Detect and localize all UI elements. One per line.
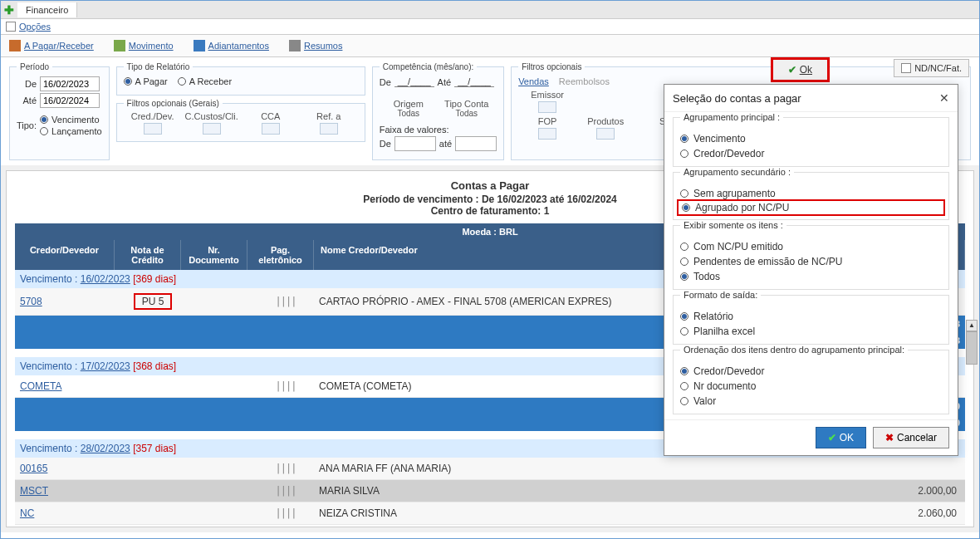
- cell-nome: MARIA SILVA: [319, 485, 902, 497]
- radio-option[interactable]: Agrupado por NC/PU: [677, 199, 945, 216]
- col-nr-documento[interactable]: Nr. Documento: [181, 240, 247, 270]
- section-title: Formato de saída:: [680, 290, 761, 300]
- faixa-de-input[interactable]: [394, 136, 436, 151]
- fo-emissor[interactable]: Emissor: [518, 90, 576, 113]
- vencimento-date-link[interactable]: 17/02/2023: [81, 360, 130, 372]
- radio-icon: [680, 243, 688, 251]
- tab-bar: ✚ Financeiro: [1, 1, 979, 19]
- radio-label: Agrupado por NC/PU: [695, 202, 789, 213]
- dialog-close-icon[interactable]: ✕: [939, 91, 949, 105]
- col-nota-credito[interactable]: Nota de Crédito: [115, 240, 181, 270]
- barcode-icon[interactable]: ||||: [252, 380, 319, 392]
- period-group: Período De Até Tipo: Vencimento Lançamen…: [9, 62, 110, 160]
- fg-ccustos[interactable]: C.Custos/Cli.: [182, 111, 242, 135]
- barcode-icon[interactable]: ||||: [252, 485, 319, 497]
- table-row[interactable]: MSCT |||| MARIA SILVA 2.000,00: [15, 480, 965, 502]
- radio-option[interactable]: Credor/Devedor: [680, 364, 942, 379]
- fo-produtos[interactable]: Produtos: [576, 116, 635, 140]
- radio-icon: [680, 382, 688, 390]
- cell-valor: 2.000,00: [902, 485, 960, 497]
- table-row[interactable]: NC |||| NEIZA CRISTINA 2.060,00: [15, 502, 965, 525]
- radio-icon: [680, 189, 688, 198]
- comp-de-val[interactable]: __/____: [394, 76, 434, 87]
- selection-dialog: Seleção do contas a pagar ✕ Agrupamento …: [664, 84, 958, 456]
- toolbar-movimento[interactable]: Movimento: [114, 40, 174, 51]
- cell-credor-link[interactable]: COMETA: [20, 380, 120, 392]
- radio-option[interactable]: Nr documento: [680, 379, 942, 394]
- comp-ate-val[interactable]: __/____: [454, 76, 494, 87]
- tab-label: Financeiro: [26, 5, 68, 15]
- section-title: Agrupamento secundário :: [680, 167, 794, 177]
- options-label[interactable]: Opções: [19, 22, 51, 32]
- a-pagar-radio[interactable]: A Pagar: [124, 76, 168, 86]
- fo-reembolsos[interactable]: Reembolsos: [559, 76, 610, 86]
- radio-option[interactable]: Credor/Devedor: [680, 146, 942, 161]
- period-de-input[interactable]: [40, 76, 100, 91]
- dialog-cancel-button[interactable]: ✖ Cancelar: [873, 427, 949, 448]
- dialog-section-formato: Formato de saída: Relatório Planilha exc…: [673, 295, 949, 345]
- radio-option[interactable]: Com NC/PU emitido: [680, 239, 942, 254]
- add-tab-icon[interactable]: ✚: [1, 3, 17, 17]
- col-credor-devedor[interactable]: Credor/Devedor: [15, 240, 115, 270]
- cell-valor: 2.060,00: [902, 507, 960, 519]
- table-row[interactable]: 00165 |||| ANA MARIA FF (ANA MARIA): [15, 458, 965, 480]
- barcode-icon[interactable]: ||||: [252, 507, 319, 519]
- radio-icon: [680, 149, 688, 158]
- toolbar-a-pagar-receber[interactable]: A Pagar/Receber: [9, 40, 94, 51]
- dialog-title: Seleção do contas a pagar: [673, 92, 801, 105]
- radio-label: Nr documento: [693, 380, 756, 392]
- radio-option[interactable]: Todos: [680, 269, 942, 284]
- radio-option[interactable]: Planilha excel: [680, 324, 942, 339]
- ndnc-button[interactable]: ND/NC/Fat.: [894, 59, 969, 77]
- cell-nota-credito: PU 5: [120, 293, 186, 310]
- fg-tipoconta[interactable]: Tipo ContaTodas: [438, 99, 496, 118]
- fo-fop[interactable]: FOP: [518, 116, 576, 140]
- competencia-group: Competência (mês/ano): De __/____ Até __…: [372, 62, 504, 160]
- cell-nome: NEIZA CRISTINA: [319, 507, 902, 519]
- radio-icon: [680, 367, 688, 375]
- toolbar-resumos[interactable]: Resumos: [289, 40, 342, 51]
- faixa-ate-input[interactable]: [455, 136, 497, 151]
- tipo-lancamento-radio[interactable]: Lançamento: [40, 126, 102, 136]
- dialog-section-ordenacao: Ordenação dos itens dentro do agrupament…: [673, 350, 949, 414]
- scrollbar-thumb[interactable]: [966, 331, 978, 365]
- radio-label: Com NC/PU emitido: [693, 241, 783, 252]
- radio-label: Valor: [693, 395, 716, 407]
- fo-vendas[interactable]: Vendas: [518, 76, 549, 86]
- tipo-vencimento-radio[interactable]: Vencimento: [40, 115, 102, 125]
- radio-icon: [680, 327, 688, 336]
- scroll-up-icon[interactable]: ▲: [966, 320, 978, 331]
- cell-credor-link[interactable]: 00165: [20, 463, 120, 474]
- radio-icon: [680, 135, 688, 143]
- period-ate-input[interactable]: [40, 93, 100, 108]
- fg-refa[interactable]: Ref. a: [300, 111, 358, 135]
- fg-cca[interactable]: CCA: [242, 111, 300, 135]
- resumos-icon: [289, 40, 301, 51]
- toolbar-adiantamentos[interactable]: Adiantamentos: [194, 40, 269, 51]
- radio-option[interactable]: Valor: [680, 394, 942, 409]
- cell-credor-link[interactable]: NC: [20, 507, 120, 519]
- radio-option[interactable]: Pendentes de emissão de NC/PU: [680, 254, 942, 269]
- tipo-relatorio-group: Tipo de Relatório A Pagar A Receber: [116, 62, 365, 96]
- col-pag-eletronico[interactable]: Pag. eletrônico: [247, 240, 314, 270]
- fg-origem[interactable]: OrigemTodas: [380, 99, 438, 118]
- ok-button-top[interactable]: ✔ Ok: [771, 57, 830, 82]
- cell-credor-link[interactable]: MSCT: [20, 485, 120, 497]
- cell-credor-link[interactable]: 5708: [20, 296, 120, 307]
- radio-option[interactable]: Relatório: [680, 309, 942, 324]
- radio-label: Credor/Devedor: [693, 148, 764, 159]
- vencimento-date-link[interactable]: 16/02/2023: [81, 273, 130, 285]
- close-icon: ✖: [885, 432, 894, 443]
- barcode-icon[interactable]: ||||: [252, 296, 319, 307]
- a-receber-radio[interactable]: A Receber: [178, 76, 232, 86]
- radio-option[interactable]: Vencimento: [680, 131, 942, 146]
- radio-icon: [682, 203, 690, 212]
- fg-creddev[interactable]: Cred./Dev.: [124, 111, 182, 135]
- dialog-section-agrup_principal: Agrupamento principal : Vencimento Credo…: [673, 117, 949, 167]
- tab-financeiro[interactable]: Financeiro: [17, 2, 77, 17]
- radio-label: Planilha excel: [693, 326, 755, 337]
- barcode-icon[interactable]: ||||: [252, 463, 319, 474]
- doc-icon: [901, 63, 911, 73]
- vencimento-date-link[interactable]: 28/02/2023: [81, 443, 130, 454]
- dialog-ok-button[interactable]: ✔ OK: [816, 427, 866, 448]
